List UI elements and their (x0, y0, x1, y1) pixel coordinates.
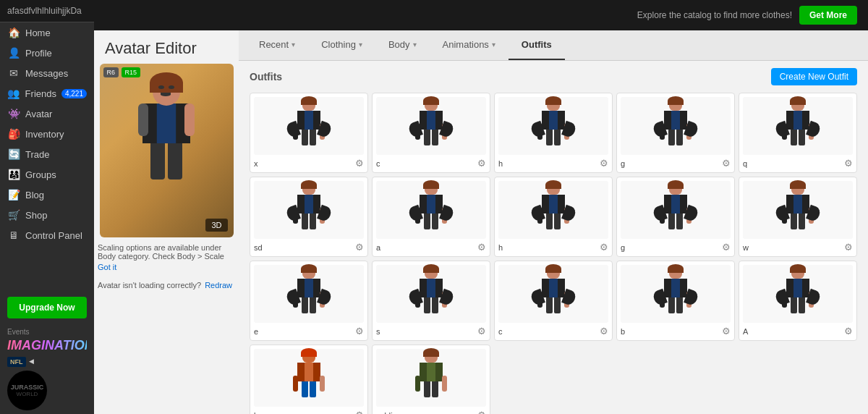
outfit-item-h[interactable]: h ⚙ (494, 93, 613, 173)
outfit-settings-icon[interactable]: ⚙ (844, 242, 853, 253)
mini-legs (424, 214, 438, 229)
outfit-item-c[interactable]: c ⚙ (372, 93, 490, 173)
sidebar-item-trade[interactable]: 🔄 Trade (0, 144, 94, 164)
upgrade-now-button[interactable]: Upgrade Now (7, 297, 87, 318)
sidebar-item-messages[interactable]: ✉ Messages (0, 63, 94, 83)
sidebar-item-friends[interactable]: 👥 Friends 4,221 (0, 83, 94, 104)
sidebar-item-label: Inventory (25, 129, 64, 140)
mini-head (791, 267, 804, 279)
outfit-item-bacon[interactable]: bacon ⚙ (250, 345, 368, 414)
sidebar-item-label: Groups (25, 169, 56, 180)
avatar-panel: Avatar Editor R6 R15 (94, 30, 239, 414)
events-label: Events (7, 328, 87, 336)
sidebar-item-home[interactable]: 🏠 Home (0, 22, 94, 43)
editor-area: Avatar Editor R6 R15 (94, 30, 868, 414)
outfit-settings-icon[interactable]: ⚙ (722, 158, 731, 169)
outfit-name: sd (254, 243, 355, 252)
outfit-item-soldier[interactable]: soldier ⚙ (372, 345, 490, 414)
outfit-settings-icon[interactable]: ⚙ (722, 326, 731, 337)
mini-head (669, 267, 682, 279)
mini-avatar (660, 183, 692, 237)
tab-bar: Recent ▾ Clothing ▾ Body ▾ Animations ▾ … (239, 30, 868, 61)
sidebar-item-inventory[interactable]: 🎒 Inventory (0, 124, 94, 144)
outfit-settings-icon[interactable]: ⚙ (355, 242, 364, 253)
chevron-down-icon: ▾ (292, 41, 295, 48)
outfit-item-w[interactable]: w ⚙ (739, 177, 857, 257)
mini-avatar (293, 351, 326, 405)
mini-jacket-left (420, 111, 427, 130)
outfit-item-g[interactable]: g ⚙ (616, 177, 735, 257)
outfit-item-x[interactable]: x ⚙ (250, 93, 368, 173)
outfit-settings-icon[interactable]: ⚙ (600, 326, 608, 337)
outfit-figure (498, 181, 608, 239)
outfit-settings-icon[interactable]: ⚙ (722, 242, 731, 253)
outfit-settings-icon[interactable]: ⚙ (600, 242, 608, 253)
outfit-item-c[interactable]: c ⚙ (494, 261, 613, 341)
mini-avatar (293, 99, 326, 153)
outfit-settings-icon[interactable]: ⚙ (477, 242, 486, 253)
mini-jacket-left (542, 279, 549, 297)
got-it-link[interactable]: Got it (98, 263, 235, 271)
mini-leg-left (668, 297, 675, 313)
mini-arm-right (320, 376, 325, 392)
r15-badge[interactable]: R15 (122, 67, 141, 77)
outfit-settings-icon[interactable]: ⚙ (477, 158, 486, 169)
outfit-settings-icon[interactable]: ⚙ (355, 326, 364, 337)
mini-leg-right (676, 297, 683, 313)
outfit-figure (743, 181, 853, 239)
mini-leg-left (668, 214, 675, 229)
get-more-button[interactable]: Get More (799, 6, 857, 25)
outfit-figure (621, 97, 731, 155)
outfit-item-A[interactable]: A ⚙ (739, 261, 857, 341)
mini-leg-left (424, 130, 430, 145)
sidebar-item-blog[interactable]: 📝 Blog (0, 185, 94, 205)
sidebar-item-avatar[interactable]: 👾 Avatar (0, 104, 94, 124)
r6-badge[interactable]: R6 (103, 67, 119, 77)
outfit-settings-icon[interactable]: ⚙ (477, 326, 486, 337)
tab-recent[interactable]: Recent ▾ (246, 30, 308, 60)
mini-hair (423, 180, 439, 189)
sidebar-item-control-panel[interactable]: 🖥 Control Panel (0, 225, 94, 245)
outfit-item-g[interactable]: g ⚙ (616, 93, 735, 173)
outfit-name: q (743, 159, 844, 168)
outfit-item-q[interactable]: q ⚙ (739, 93, 857, 173)
mini-jacket-left (297, 111, 305, 130)
sidebar-item-shop[interactable]: 🛒 Shop (0, 205, 94, 225)
outfit-figure (743, 265, 853, 323)
outfit-item-a[interactable]: a ⚙ (372, 177, 490, 257)
three-d-button[interactable]: 3D (205, 219, 227, 232)
mini-jacket-left (664, 279, 671, 297)
outfit-settings-icon[interactable]: ⚙ (844, 326, 853, 337)
mini-head (547, 99, 560, 111)
mini-legs (791, 214, 805, 229)
mini-legs (424, 130, 438, 145)
tab-animations[interactable]: Animations ▾ (430, 30, 509, 60)
mini-body (789, 111, 807, 130)
mini-avatar (537, 99, 570, 153)
sidebar-item-groups[interactable]: 👨‍👩‍👧 Groups (0, 164, 94, 185)
redraw-link[interactable]: Redraw (205, 281, 232, 290)
mini-body (545, 279, 562, 297)
outfit-item-h[interactable]: h ⚙ (494, 177, 613, 257)
outfit-settings-icon[interactable]: ⚙ (600, 158, 608, 169)
outfit-item-e[interactable]: e ⚙ (250, 261, 368, 341)
mini-hair (790, 180, 806, 189)
outfit-item-b[interactable]: b ⚙ (616, 261, 735, 341)
outfit-settings-icon[interactable]: ⚙ (355, 158, 364, 169)
tab-clothing[interactable]: Clothing ▾ (308, 30, 375, 60)
mini-hair (301, 348, 317, 357)
messages-icon: ✉ (7, 67, 20, 79)
mini-leg-left (668, 130, 675, 145)
outfit-item-sd[interactable]: sd ⚙ (250, 177, 368, 257)
mini-head (302, 267, 315, 279)
outfit-settings-icon[interactable]: ⚙ (355, 410, 364, 414)
tab-outfits[interactable]: Outfits (509, 30, 565, 60)
outfit-item-s[interactable]: s ⚙ (372, 261, 490, 341)
outfit-settings-icon[interactable]: ⚙ (477, 410, 486, 414)
sidebar-item-profile[interactable]: 👤 Profile (0, 43, 94, 63)
mini-leg-right (432, 214, 438, 229)
outfit-settings-icon[interactable]: ⚙ (844, 158, 853, 169)
create-outfit-button[interactable]: Create New Outfit (771, 68, 857, 85)
mini-legs (302, 381, 316, 397)
tab-body[interactable]: Body ▾ (375, 30, 430, 60)
